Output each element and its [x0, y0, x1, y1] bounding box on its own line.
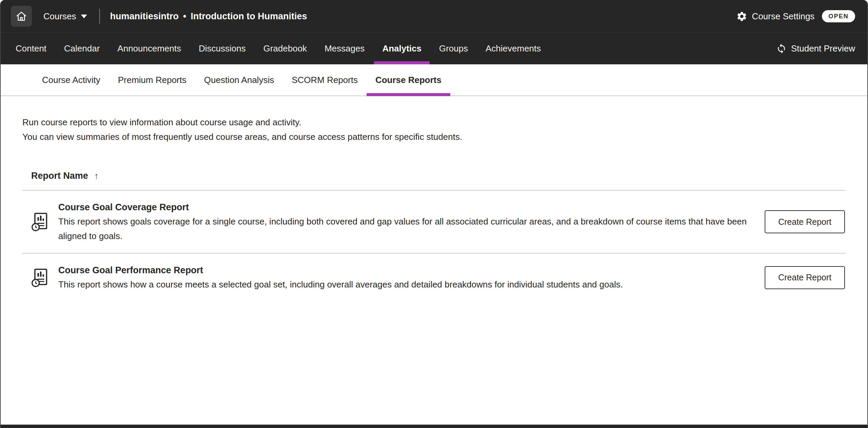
tab-groups[interactable]: Groups	[430, 33, 477, 64]
tab-announcements[interactable]: Announcements	[109, 33, 190, 64]
report-description: This report shows how a course meets a s…	[58, 277, 750, 292]
create-report-button[interactable]: Create Report	[765, 266, 845, 289]
report-name-header-label: Report Name	[31, 171, 88, 181]
course-settings-button[interactable]: Course Settings	[736, 11, 814, 22]
tab-messages[interactable]: Messages	[316, 33, 374, 64]
intro-text: Run course reports to view information a…	[22, 115, 846, 144]
intro-line-1: Run course reports to view information a…	[22, 115, 846, 130]
gear-icon	[736, 11, 747, 22]
tab-content[interactable]: Content	[7, 33, 55, 64]
courses-dropdown[interactable]: Courses	[41, 11, 89, 22]
report-document-icon	[30, 212, 49, 232]
subtab-question-analysis[interactable]: Question Analysis	[195, 64, 283, 95]
course-nav: Content Calendar Announcements Discussio…	[1, 33, 867, 64]
nav-right: Student Preview	[776, 33, 855, 64]
home-icon	[15, 10, 27, 22]
report-info: Course Goal Coverage Report This report …	[58, 200, 750, 243]
tab-analytics[interactable]: Analytics	[373, 33, 430, 64]
course-reports-panel: Run course reports to view information a…	[1, 96, 867, 301]
report-row-performance: Course Goal Performance Report This repo…	[22, 253, 846, 301]
breadcrumb: humanitiesintro • Introduction to Humani…	[110, 11, 307, 22]
top-bar: Courses humanitiesintro • Introduction t…	[1, 0, 867, 33]
topbar-right: Course Settings OPEN	[736, 10, 855, 22]
report-row-coverage: Course Goal Coverage Report This report …	[22, 190, 846, 253]
analytics-subnav: Course Activity Premium Reports Question…	[1, 64, 867, 96]
report-title: Course Goal Coverage Report	[58, 200, 750, 214]
tab-gradebook[interactable]: Gradebook	[254, 33, 316, 64]
window-bottom-edge	[1, 425, 867, 428]
chevron-down-icon	[81, 15, 87, 18]
student-preview-icon	[776, 43, 787, 54]
subtab-scorm-reports[interactable]: SCORM Reports	[283, 64, 367, 95]
report-description: This report shows goals coverage for a s…	[58, 214, 750, 243]
breadcrumb-course-title: Introduction to Humanities	[191, 11, 307, 22]
tab-discussions[interactable]: Discussions	[190, 33, 255, 64]
student-preview-label: Student Preview	[791, 43, 855, 54]
create-report-button[interactable]: Create Report	[765, 210, 845, 233]
breadcrumb-bullet: •	[183, 11, 186, 22]
tab-achievements[interactable]: Achievements	[477, 33, 550, 64]
breadcrumb-course-id: humanitiesintro	[110, 11, 179, 22]
intro-line-2: You can view summaries of most frequentl…	[22, 130, 846, 144]
subtab-premium-reports[interactable]: Premium Reports	[109, 64, 195, 95]
tab-calendar[interactable]: Calendar	[55, 33, 109, 64]
report-info: Course Goal Performance Report This repo…	[58, 263, 750, 292]
report-document-icon	[30, 268, 49, 287]
subtab-course-activity[interactable]: Course Activity	[33, 64, 109, 95]
courses-label: Courses	[43, 11, 76, 22]
report-title: Course Goal Performance Report	[58, 263, 750, 277]
topbar-divider	[99, 9, 100, 24]
report-name-sort-header[interactable]: Report Name ↑	[31, 171, 99, 181]
subtab-course-reports[interactable]: Course Reports	[367, 64, 450, 95]
sort-ascending-icon: ↑	[94, 171, 99, 181]
open-status-badge[interactable]: OPEN	[822, 10, 855, 22]
student-preview-button[interactable]: Student Preview	[776, 43, 855, 54]
home-button[interactable]	[11, 6, 32, 27]
app-window: Courses humanitiesintro • Introduction t…	[0, 0, 868, 428]
course-settings-label: Course Settings	[752, 11, 814, 22]
